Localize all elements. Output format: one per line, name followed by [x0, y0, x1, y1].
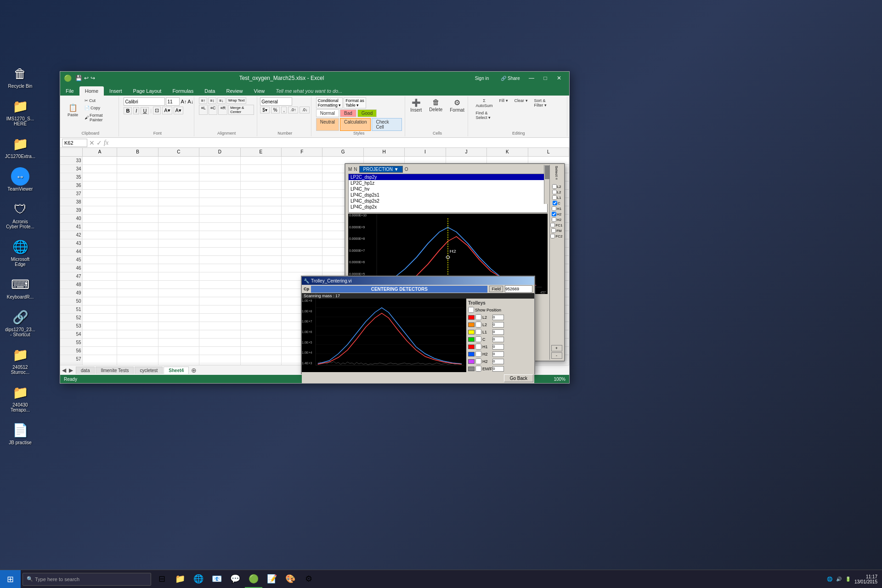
cell-row36-col1[interactable] [117, 181, 158, 189]
cell-row38-col2[interactable] [158, 198, 199, 206]
taskbar-search-box[interactable]: 🔍 Type here to search [23, 573, 151, 586]
cell-row54-col1[interactable] [117, 330, 158, 338]
fc2-checkbox[interactable] [550, 234, 555, 238]
bad-style-btn[interactable]: Bad [340, 109, 356, 117]
save-quick-btn[interactable]: 💾 [75, 75, 82, 81]
cell-row33-col3[interactable] [199, 156, 240, 164]
font-name-input[interactable] [124, 97, 165, 106]
cell-row42-col4[interactable] [240, 231, 281, 239]
tab-cycletest[interactable]: cycletest [135, 367, 163, 374]
comma-btn[interactable]: , [281, 107, 287, 113]
trolley-l1-check[interactable] [475, 329, 481, 335]
col-header-l[interactable]: L [528, 148, 569, 156]
cell-row51-col3[interactable] [199, 305, 240, 313]
cell-row41-col0[interactable] [82, 222, 117, 231]
cell-row53-col1[interactable] [117, 322, 158, 330]
align-right-btn[interactable]: ≡R [218, 105, 227, 115]
tab-view[interactable]: View [249, 86, 271, 96]
cell-row57-col1[interactable] [117, 355, 158, 363]
cell-row33-col5[interactable] [281, 156, 322, 164]
c-checkbox[interactable] [553, 201, 557, 205]
cell-row40-col3[interactable] [199, 214, 240, 222]
cut-btn[interactable]: ✂Cut [82, 97, 116, 104]
cell-row51-col2[interactable] [158, 305, 199, 313]
cell-row34-col0[interactable] [82, 164, 117, 173]
taskbar-mail[interactable]: 📧 [208, 571, 226, 588]
cell-row50-col3[interactable] [199, 297, 240, 305]
cell-row45-col0[interactable] [82, 255, 117, 264]
cell-row37-col3[interactable] [199, 189, 240, 198]
cell-row42-col0[interactable] [82, 231, 117, 239]
cell-row40-col2[interactable] [158, 214, 199, 222]
cell-row53-col0[interactable] [82, 322, 117, 330]
clear-btn[interactable]: Clear ▾ [512, 97, 531, 109]
cell-row47-col3[interactable] [199, 272, 240, 280]
cell-row34-col4[interactable] [240, 164, 281, 173]
cell-row46-col0[interactable] [82, 264, 117, 272]
cell-row57-col4[interactable] [240, 355, 281, 363]
cell-row56-col0[interactable] [82, 346, 117, 355]
tab-formulas[interactable]: Formulas [167, 86, 199, 96]
scroll-tabs-right[interactable]: ▶ [69, 367, 73, 373]
dropdown-item-4[interactable]: LP4C_dsp2s2 [349, 198, 547, 204]
cell-row46-col1[interactable] [117, 264, 158, 272]
cell-row44-col3[interactable] [199, 247, 240, 255]
cell-row52-col1[interactable] [117, 313, 158, 322]
close-btn[interactable]: ✕ [553, 73, 565, 83]
cell-row39-col4[interactable] [240, 206, 281, 214]
decrease-decimal-btn[interactable]: .0↓ [300, 107, 310, 113]
normal-style-btn[interactable]: Normal [316, 109, 339, 117]
dropdown-item-0[interactable]: LP2C_dsp2y [349, 174, 547, 180]
currency-btn[interactable]: $▾ [260, 107, 270, 113]
trolley-l1-input[interactable] [492, 329, 504, 335]
dropdown-item-2[interactable]: LP4C_hv [349, 186, 547, 192]
dropdown-item-3[interactable]: LP4C_dsp2s1 [349, 192, 547, 198]
cell-row37-col4[interactable] [240, 189, 281, 198]
cell-row46-col2[interactable] [158, 264, 199, 272]
trolley-l2-2-input[interactable] [492, 322, 504, 328]
col-header-k[interactable]: K [487, 148, 528, 156]
cell-row50-col0[interactable] [82, 297, 117, 305]
cell-row45-col1[interactable] [117, 255, 158, 264]
cell-row41-col1[interactable] [117, 222, 158, 231]
acronis-icon[interactable]: 🛡 Acronis Cyber Prote... [4, 200, 37, 229]
cell-row36-col0[interactable] [82, 181, 117, 189]
font-color-btn[interactable]: A▾ [174, 107, 183, 114]
trolley-h2-1-check[interactable] [475, 351, 481, 357]
merge-center-btn[interactable]: Merge & Center [228, 105, 254, 115]
cell-row49-col3[interactable] [199, 288, 240, 297]
cell-row40-col4[interactable] [240, 214, 281, 222]
cell-row50-col2[interactable] [158, 297, 199, 305]
cell-row35-col4[interactable] [240, 173, 281, 181]
trolley-h2-1-input[interactable] [492, 351, 504, 357]
cell-row38-col3[interactable] [199, 198, 240, 206]
cell-row37-col5[interactable] [281, 189, 322, 198]
cell-row55-col0[interactable] [82, 338, 117, 346]
increase-font-btn[interactable]: A↑ [181, 99, 187, 104]
col-header-c[interactable]: C [158, 148, 199, 156]
cell-row34-col3[interactable] [199, 164, 240, 173]
good-style-btn[interactable]: Good [357, 109, 377, 117]
format-as-table-btn[interactable]: Format asTable ▾ [344, 97, 366, 108]
cell-row38-col5[interactable] [281, 198, 322, 206]
col-header-a[interactable]: A [82, 148, 117, 156]
copy-btn[interactable]: 📄Copy [82, 105, 116, 111]
check-cell-style-btn[interactable]: Check Cell [372, 118, 401, 131]
cell-row39-col2[interactable] [158, 206, 199, 214]
go-back-btn[interactable]: Go Back [504, 374, 533, 382]
field-label-btn[interactable]: Field [489, 286, 503, 292]
col-header-f[interactable]: F [281, 148, 322, 156]
cell-row48-col1[interactable] [117, 280, 158, 288]
cell-row34-col5[interactable] [281, 164, 322, 173]
align-bottom-btn[interactable]: ≡↓ [217, 97, 226, 104]
trolley-h1-check[interactable] [475, 344, 481, 350]
italic-btn[interactable]: I [133, 107, 139, 114]
cell-row41-col3[interactable] [199, 222, 240, 231]
cell-row57-col0[interactable] [82, 355, 117, 363]
cell-row35-col2[interactable] [158, 173, 199, 181]
scroll-tabs-left[interactable]: ◀ [62, 367, 66, 373]
cell-row43-col3[interactable] [199, 239, 240, 247]
tab-data[interactable]: Data [199, 86, 220, 96]
cell-row53-col3[interactable] [199, 322, 240, 330]
cell-row38-col1[interactable] [117, 198, 158, 206]
